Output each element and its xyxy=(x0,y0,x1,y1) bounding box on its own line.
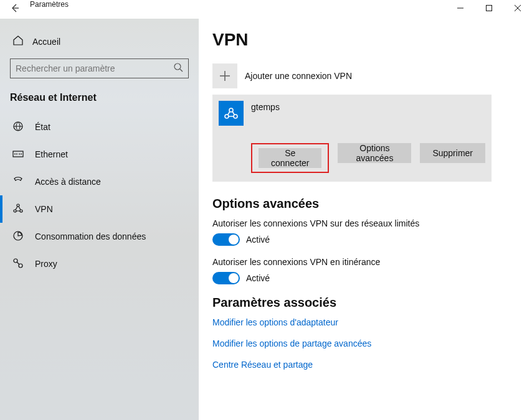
sidebar-item-ethernet[interactable]: Ethernet xyxy=(0,141,199,168)
home-label: Accueil xyxy=(32,37,60,47)
minimize-button[interactable] xyxy=(446,0,475,16)
svg-point-14 xyxy=(14,210,16,212)
maximize-icon xyxy=(486,5,492,11)
sidebar-item-label: Ethernet xyxy=(35,149,68,159)
svg-point-5 xyxy=(174,63,181,70)
svg-point-15 xyxy=(20,210,22,212)
sidebar-item-label: Proxy xyxy=(35,259,57,269)
sidebar-item-état[interactable]: État xyxy=(0,113,199,141)
search-box[interactable] xyxy=(10,58,189,78)
svg-point-23 xyxy=(225,114,229,118)
sidebar-item-label: Consommation des données xyxy=(35,231,146,241)
toggle-switch[interactable] xyxy=(212,272,240,284)
arrow-left-icon xyxy=(10,3,20,13)
svg-rect-2 xyxy=(487,5,492,11)
related-link[interactable]: Modifier les options d'adaptateur xyxy=(212,317,518,327)
svg-point-13 xyxy=(17,204,19,207)
search-icon xyxy=(173,62,183,75)
add-vpn-label: Ajouter une connexion VPN xyxy=(245,71,352,81)
advanced-section-title: Options avancées xyxy=(212,197,518,211)
toggle-label: Autoriser les connexions VPN en itinéran… xyxy=(212,257,518,267)
svg-line-19 xyxy=(17,262,19,264)
ethernet-icon xyxy=(12,148,24,161)
toggle-state-text: Activé xyxy=(246,235,270,245)
vpn-icon xyxy=(219,101,244,126)
back-button[interactable] xyxy=(0,0,30,16)
sidebar-item-vpn[interactable]: VPN xyxy=(0,195,199,223)
sidebar-item-label: État xyxy=(35,122,50,132)
connect-highlight: Se connecter xyxy=(251,143,329,173)
sidebar-item-label: Accès à distance xyxy=(35,177,101,187)
minimize-icon xyxy=(457,5,463,11)
svg-line-6 xyxy=(180,69,183,72)
home-button[interactable]: Accueil xyxy=(0,30,199,55)
toggle-group-0: Autoriser les connexions VPN sur des rés… xyxy=(212,218,518,246)
toggle-group-1: Autoriser les connexions VPN en itinéran… xyxy=(212,257,518,284)
toggle-label: Autoriser les connexions VPN sur des rés… xyxy=(212,218,518,228)
toggle-state-text: Activé xyxy=(246,273,270,283)
sidebar-item-consommation-des-données[interactable]: Consommation des données xyxy=(0,223,199,250)
related-link[interactable]: Modifier les options de partage avancées xyxy=(212,338,518,348)
status-icon xyxy=(12,121,24,134)
proxy-icon xyxy=(12,258,24,271)
related-link[interactable]: Centre Réseau et partage xyxy=(212,360,518,370)
titlebar: Paramètres xyxy=(0,0,532,19)
plus-icon xyxy=(212,63,237,88)
sidebar: Accueil Réseau et Internet ÉtatEthernetA… xyxy=(0,19,199,420)
nav-list: ÉtatEthernetAccès à distanceVPNConsommat… xyxy=(0,113,199,278)
related-section-title: Paramètres associés xyxy=(212,296,518,310)
vpn-connection-name: gtemps xyxy=(251,101,280,112)
maximize-button[interactable] xyxy=(475,0,503,16)
content-area: VPN Ajouter une connexion VPN gtemps Se … xyxy=(199,19,532,420)
sidebar-item-proxy[interactable]: Proxy xyxy=(0,250,199,278)
advanced-options-button[interactable]: Options avancées xyxy=(338,143,411,163)
search-input[interactable] xyxy=(16,63,173,73)
svg-rect-8 xyxy=(13,151,23,157)
toggle-switch[interactable] xyxy=(212,233,240,246)
window-controls xyxy=(446,0,532,16)
sidebar-item-label: VPN xyxy=(35,204,53,214)
connect-button[interactable]: Se connecter xyxy=(259,148,321,168)
sidebar-item-accès-à-distance[interactable]: Accès à distance xyxy=(0,168,199,195)
data-icon xyxy=(12,230,24,243)
delete-button[interactable]: Supprimer xyxy=(420,143,485,163)
vpn-icon xyxy=(12,203,24,216)
close-icon xyxy=(515,5,521,11)
add-vpn-button[interactable]: Ajouter une connexion VPN xyxy=(212,63,518,88)
dialup-icon xyxy=(12,175,24,189)
home-icon xyxy=(12,35,24,49)
window-title: Paramètres xyxy=(30,0,69,9)
svg-point-24 xyxy=(234,114,237,118)
vpn-connection-card[interactable]: gtemps Se connecter Options avancées Sup… xyxy=(212,95,492,182)
page-title: VPN xyxy=(212,30,518,50)
close-button[interactable] xyxy=(503,0,532,16)
category-title: Réseau et Internet xyxy=(0,86,199,113)
